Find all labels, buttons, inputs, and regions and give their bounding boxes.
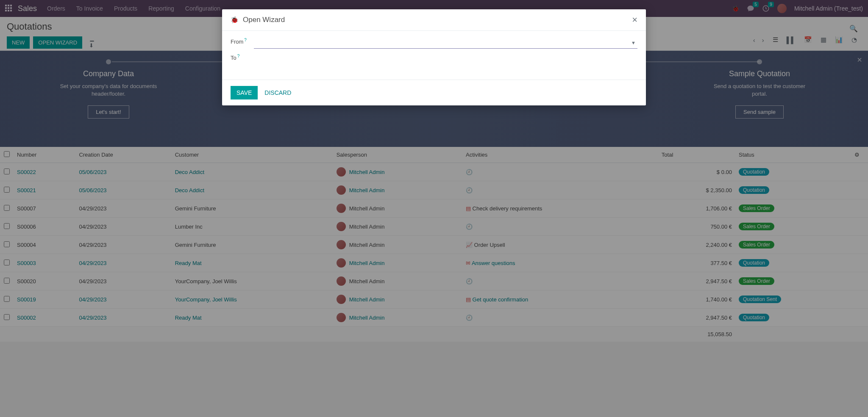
to-label: To? — [231, 55, 254, 61]
discard-button[interactable]: DISCARD — [264, 89, 291, 96]
from-input[interactable] — [254, 39, 637, 49]
from-label: From? — [231, 39, 254, 45]
save-button[interactable]: SAVE — [231, 86, 258, 99]
from-help-icon[interactable]: ? — [244, 38, 247, 42]
wizard-modal: 🐞 Open Wizard × From? ▼ To? SAVE DISCARD — [222, 9, 646, 105]
modal-title: Open Wizard — [243, 16, 285, 24]
debug-icon[interactable]: 🐞 — [231, 16, 239, 24]
to-help-icon[interactable]: ? — [237, 54, 240, 58]
modal-close-icon[interactable]: × — [632, 15, 637, 25]
